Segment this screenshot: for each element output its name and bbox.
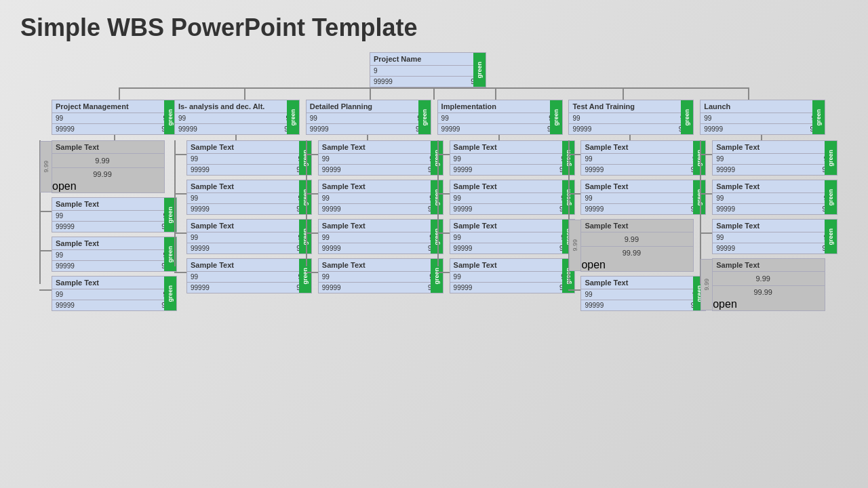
child-1-0: Sample Text 999% 99999999 green <box>174 140 300 176</box>
root-card-row2: 99999 999 <box>370 77 486 87</box>
children-col2: Sample Text 999% 99999999 green Sample T… <box>306 140 431 293</box>
child-1-3: Sample Text 999% 99999999 green <box>174 258 300 293</box>
root-card: Project Name 9 99999 999 green <box>370 52 486 87</box>
child-4-0: Sample Text 999% 99999999 green <box>568 140 694 176</box>
child-2-1: Sample Text 999% 99999999 green <box>306 180 431 215</box>
col5: Launch 999% 99999999 green Sample Te <box>700 100 829 311</box>
col3: Implementation 999% 99999999 green Sampl… <box>437 100 566 311</box>
child-4-1: Sample Text 999% 99999999 green <box>568 180 694 215</box>
child-5-1: Sample Text 999% 99999999 green <box>700 180 825 215</box>
root-card-header: Project Name <box>370 53 486 66</box>
child-2-2: Sample Text 999% 99999999 green <box>306 219 431 254</box>
children-col1: Sample Text 999% 99999999 green Sample T… <box>174 140 300 293</box>
child-0-3: Sample Text 99 9% 99999 999 green <box>39 276 182 311</box>
child-0-1: Sample Text 99 9% 99999 999 green <box>39 197 182 232</box>
children-col0: 9.99 Sample Text 9.99 99.99 <box>39 140 182 311</box>
root-card-row1: 9 <box>370 66 486 77</box>
child-0-2: Sample Text 99 9% 99999 999 green <box>39 237 182 272</box>
h-connector-area <box>58 87 810 100</box>
col4: Test And Training 999% 99999999 green <box>568 100 697 311</box>
page-title: Simple WBS PowerPoint Template <box>20 14 848 42</box>
col1: Is- analysis and dec. Alt. 99 9% 99999 9… <box>174 100 303 311</box>
children-col4: Sample Text 999% 99999999 green Sa <box>568 140 694 311</box>
l1-card-4: Test And Training 999% 99999999 green <box>568 100 694 135</box>
root-green-tab: green <box>473 53 486 87</box>
child-2-0: Sample Text 999% 99999999 green <box>306 140 431 176</box>
l1-card-5: Launch 999% 99999999 green <box>700 100 825 135</box>
child-2-3: Sample Text 999% 99999999 green <box>306 258 431 293</box>
child-4-3: Sample Text 999% 99999999 green <box>568 276 694 311</box>
child-0-0: 9.99 Sample Text 9.99 99.99 <box>39 140 182 193</box>
child-3-1: Sample Text 999% 99999999 green <box>437 180 563 215</box>
child-5-3: 9.99 Sample Text 9.99 99.99 open <box>700 258 825 311</box>
child-3-2: Sample Text 999% 99999999 green <box>437 219 563 254</box>
child-4-2: 9.99 Sample Text 9.99 99.99 open <box>568 219 694 272</box>
main-h-line <box>119 87 749 89</box>
child-0-0-open-tab: open <box>52 180 164 192</box>
wbs-tree: Project Name 9 99999 999 green <box>20 52 848 311</box>
child-3-3: Sample Text 999% 99999999 green <box>437 258 563 293</box>
l1-card-1: Is- analysis and dec. Alt. 99 9% 99999 9… <box>174 100 300 135</box>
page: Simple WBS PowerPoint Template Project N… <box>0 0 868 488</box>
child-0-0-header: Sample Text <box>52 141 164 154</box>
l1-header-0: Project Management <box>52 100 176 113</box>
child-1-1: Sample Text 999% 99999999 green <box>174 180 300 215</box>
l1-card-0: Project Management 99 9% 99999 999 green <box>52 100 177 135</box>
l1-header-1: Is- analysis and dec. Alt. <box>175 100 299 113</box>
child-5-2: Sample Text 999% 99999999 green <box>700 219 825 254</box>
l1-card-2: Detailed Planning 999% 99999999 green <box>306 100 431 135</box>
child-1-2: Sample Text 999% 99999999 green <box>174 219 300 254</box>
level1-row: Project Management 99 9% 99999 999 green <box>20 100 848 311</box>
l1-card-3: Implementation 999% 99999999 green <box>437 100 563 135</box>
col2: Detailed Planning 999% 99999999 green Sa… <box>306 100 435 311</box>
root-card-container: Project Name 9 99999 999 green <box>370 52 498 87</box>
children-col3: Sample Text 999% 99999999 green Sample T… <box>437 140 563 293</box>
col0: Project Management 99 9% 99999 999 green <box>39 100 172 311</box>
child-3-0: Sample Text 999% 99999999 green <box>437 140 563 176</box>
children-col5: Sample Text 999% 99999999 green Sa <box>700 140 825 311</box>
child-5-0: Sample Text 999% 99999999 green <box>700 140 825 176</box>
